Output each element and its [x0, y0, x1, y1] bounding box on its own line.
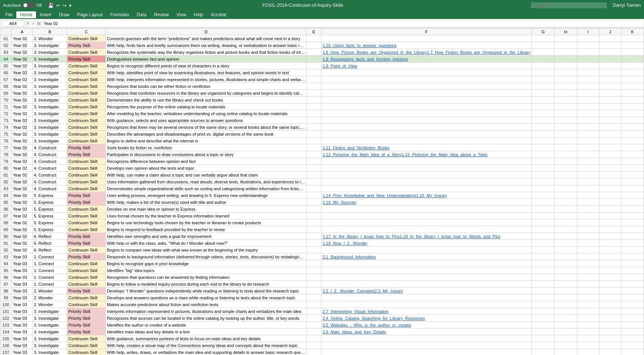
cell-i[interactable]: [577, 267, 599, 274]
cell-skill-type[interactable]: Continuum Skill: [67, 172, 106, 178]
cell-k[interactable]: [621, 192, 644, 199]
cell-year[interactable]: Year 02: [12, 226, 33, 233]
cell-year[interactable]: Year 02: [12, 213, 33, 219]
cell-h[interactable]: [555, 56, 577, 63]
cell-e[interactable]: [307, 315, 321, 322]
cell-i[interactable]: [577, 117, 599, 124]
cell-k[interactable]: [621, 206, 644, 213]
cell-year[interactable]: Year 02: [12, 138, 33, 144]
col-header-g[interactable]: G: [532, 28, 555, 35]
cell-skill-type[interactable]: Continuum Skill: [67, 185, 106, 192]
cell-year[interactable]: Year 02: [12, 219, 33, 226]
cell-j[interactable]: [599, 213, 621, 219]
cell-description[interactable]: Recognizes that questions can be answere…: [106, 274, 307, 281]
cell-h[interactable]: [555, 206, 577, 213]
cell-k[interactable]: [621, 247, 644, 253]
cell-h[interactable]: [555, 253, 577, 260]
cell-year[interactable]: Year 03: [12, 335, 33, 342]
cell-j[interactable]: [599, 63, 621, 69]
cell-link[interactable]: [321, 213, 532, 219]
cell-link[interactable]: [321, 117, 532, 124]
tab-draw[interactable]: Draw: [55, 11, 73, 18]
cell-j[interactable]: [599, 117, 621, 124]
cell-e[interactable]: [307, 199, 321, 206]
cell-year[interactable]: Year 03: [12, 260, 33, 267]
cell-k[interactable]: [621, 97, 644, 103]
cell-j[interactable]: [599, 206, 621, 213]
cell-h[interactable]: [555, 110, 577, 117]
cell-description[interactable]: Identifies own strengths and sets a goal…: [106, 233, 307, 240]
cell-link[interactable]: 1.14_Prior_Knowledge_and_New_Understandi…: [321, 192, 532, 199]
cell-year[interactable]: Year 03: [12, 308, 33, 315]
col-header-d[interactable]: D: [106, 28, 307, 35]
cell-k[interactable]: [621, 144, 644, 151]
cell-phase[interactable]: 3. Investigate: [33, 124, 67, 131]
cell-e[interactable]: [307, 144, 321, 151]
cell-j[interactable]: [599, 226, 621, 233]
cell-phase[interactable]: 3. Investigate: [33, 315, 67, 322]
cell-link[interactable]: [321, 158, 532, 165]
cell-skill-type[interactable]: Continuum Skill: [67, 301, 106, 308]
cell-description[interactable]: Sorts books by fiction vs. nonfiction: [106, 144, 307, 151]
cell-skill-type[interactable]: Priority Skill: [67, 288, 106, 294]
cell-year[interactable]: Year 02: [12, 63, 33, 69]
cell-link[interactable]: [321, 349, 532, 355]
cell-skill-type[interactable]: Continuum Skill: [67, 178, 106, 185]
cell-phase[interactable]: 3. Investigate: [33, 328, 67, 335]
cell-skill-type[interactable]: Continuum Skill: [67, 294, 106, 301]
tab-acrobat[interactable]: Acrobat: [207, 11, 230, 18]
cell-e[interactable]: [307, 185, 321, 192]
cell-i[interactable]: [577, 185, 599, 192]
cell-g[interactable]: [532, 76, 555, 83]
cell-i[interactable]: [577, 49, 599, 56]
cell-e[interactable]: [307, 267, 321, 274]
cell-i[interactable]: [577, 315, 599, 322]
cell-phase[interactable]: 4. Construct: [33, 151, 67, 158]
cell-year[interactable]: Year 02: [12, 42, 33, 49]
cell-skill-type[interactable]: Continuum Skill: [67, 83, 106, 90]
cell-e[interactable]: [307, 342, 321, 349]
cell-link[interactable]: [321, 83, 532, 90]
cell-j[interactable]: [599, 240, 621, 247]
cell-j[interactable]: [599, 219, 621, 226]
cell-link[interactable]: 2.2_I_2._Wonder_Complete2.3_My_Inquiry: [321, 288, 532, 294]
cell-year[interactable]: Year 02: [12, 97, 33, 103]
cell-i[interactable]: [577, 328, 599, 335]
cell-j[interactable]: [599, 322, 621, 328]
search-input[interactable]: [531, 2, 607, 8]
cell-link[interactable]: [321, 178, 532, 185]
cell-year[interactable]: Year 03: [12, 342, 33, 349]
cell-skill-type[interactable]: Priority Skill: [67, 192, 106, 199]
cell-k[interactable]: [621, 226, 644, 233]
cell-link[interactable]: 1.16_My_Sources: [321, 199, 532, 206]
cell-i[interactable]: [577, 294, 599, 301]
cell-description[interactable]: Identifies "big" idea topics: [106, 267, 307, 274]
cell-h[interactable]: [555, 288, 577, 294]
cell-g[interactable]: [532, 158, 555, 165]
cell-year[interactable]: Year 02: [12, 90, 33, 97]
cell-skill-type[interactable]: Priority Skill: [67, 315, 106, 322]
cell-description[interactable]: Begins to follow a modeled inquiry proce…: [106, 281, 307, 288]
cell-j[interactable]: [599, 124, 621, 131]
cell-j[interactable]: [599, 172, 621, 178]
cell-phase[interactable]: 1. Connect: [33, 253, 67, 260]
cell-h[interactable]: [555, 226, 577, 233]
cell-h[interactable]: [555, 219, 577, 226]
col-header-f[interactable]: F: [321, 28, 532, 35]
cell-j[interactable]: [599, 253, 621, 260]
cell-skill-type[interactable]: Continuum Skill: [67, 219, 106, 226]
cell-link[interactable]: 1.17_In_the_library_I_know_how_to_Pics1.…: [321, 233, 532, 240]
cell-link[interactable]: [321, 219, 532, 226]
cell-g[interactable]: [532, 144, 555, 151]
cell-year[interactable]: Year 02: [12, 76, 33, 83]
cell-h[interactable]: [555, 328, 577, 335]
cell-k[interactable]: [621, 185, 644, 192]
cell-j[interactable]: [599, 90, 621, 97]
undo-icon[interactable]: ↩: [56, 3, 60, 8]
cell-j[interactable]: [599, 110, 621, 117]
cell-k[interactable]: [621, 42, 644, 49]
cell-h[interactable]: [555, 117, 577, 124]
tab-help[interactable]: Help: [190, 11, 207, 18]
cell-description[interactable]: Connects guesses with the term "predicti…: [106, 35, 307, 42]
cell-i[interactable]: [577, 144, 599, 151]
